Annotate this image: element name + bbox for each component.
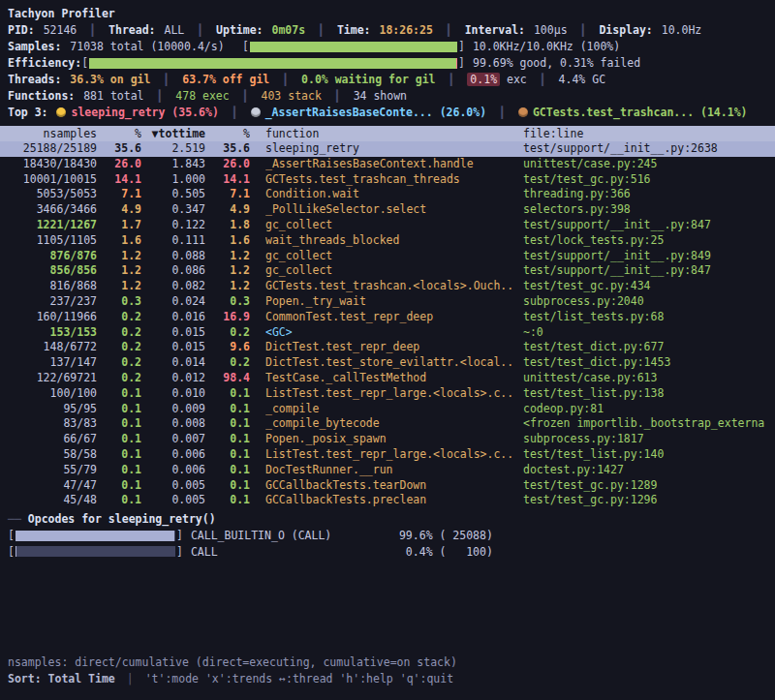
uptime-value: 0m07s [271,23,305,37]
table-row[interactable]: 10001/10015 14.1 1.000 14.1 GCTests.test… [0,172,775,188]
table-row[interactable]: 66/67 0.1 0.007 0.1 Popen._posix_spawn s… [0,432,775,447]
cell-cumulative-pct: 1.2 [205,279,250,294]
silver-medal-icon [251,107,261,117]
col-header-cumulative-pct[interactable]: % [205,126,250,141]
cell-tottime: 0.015 [141,325,205,341]
cell-nsamples: 160/11966 [8,310,97,325]
separator: ┃ [163,73,170,86]
threads-off-gil: 63.7% off gil [182,73,269,86]
samples-summary: Samples: 71038 total (10000.4/s) [8,39,242,55]
table-row[interactable]: 55/79 0.1 0.006 0.1 DocTestRunner.__run … [0,463,775,478]
functions-total: 881 total [83,89,143,103]
separator: ┃ [580,23,587,37]
table-row[interactable]: 148/6772 0.2 0.015 9.6 DictTest.test_rep… [0,340,775,355]
cell-function: gc_collect [265,218,515,233]
table-row[interactable]: 5053/5053 7.1 0.505 7.1 Condition.wait t… [0,187,775,202]
cell-sample-pct: 0.2 [97,355,141,371]
table-row[interactable]: 95/95 0.1 0.009 0.1 _compile codeop.py:8… [0,402,775,417]
cell-file-line: test/test_dict.py:677 [523,340,767,355]
exc-label: exc [507,73,527,86]
table-row[interactable]: 1105/1105 1.6 0.111 1.6 wait_threads_blo… [0,233,775,249]
col-header-tottime-sort[interactable]: ▼tottime [141,126,205,141]
footer-separator: | [127,672,134,685]
app-title: Tachyon Profiler [0,6,775,22]
col-header-function[interactable]: function [265,126,515,141]
opcode-percent: 0.4% ( 100) [385,545,493,559]
functions-exec: 478 exec [175,89,229,103]
cell-nsamples: 3466/3466 [8,202,97,218]
cell-file-line: test/test_gc.py:1289 [523,478,767,494]
cell-file-line: test/test_dict.py:1453 [523,355,767,371]
opcodes-title-text: Opcodes for sleeping_retry() [28,512,216,526]
cell-function: _AssertRaisesBaseContext.handle [265,157,515,172]
cell-tottime: 0.088 [141,249,205,264]
cell-file-line: <frozen importlib._bootstrap_externa [523,416,767,432]
cell-nsamples: 100/100 [8,386,97,402]
cell-cumulative-pct: 1.6 [205,233,250,249]
cell-cumulative-pct: 16.9 [205,310,250,325]
cell-cumulative-pct: 0.3 [205,294,250,310]
table-row[interactable]: 160/11966 0.2 0.016 16.9 CommonTest.test… [0,310,775,325]
cell-nsamples: 153/153 [8,325,97,341]
cell-function: CommonTest.test_repr_deep [265,310,515,325]
table-header: nsamples % ▼tottime % function file:line [0,126,775,141]
table-row[interactable]: 3466/3466 4.9 0.347 4.9 _PollLikeSelecto… [0,202,775,218]
samples-total: 71038 total (10000.4/s) [70,40,224,53]
cell-nsamples: 47/47 [8,478,97,494]
table-row[interactable]: 816/868 1.2 0.082 1.2 GCTests.test_trash… [0,279,775,294]
display-label: Display: [599,23,652,37]
sort-value: Total Time [48,672,115,685]
cell-file-line: test/test_list.py:140 [523,447,767,463]
cell-nsamples: 55/79 [8,463,97,478]
cell-tottime: 0.005 [141,493,205,508]
cell-function: _PollLikeSelector.select [265,202,515,218]
cell-function: TestCase._callTestMethod [265,371,515,386]
table-row[interactable]: 122/69721 0.2 0.012 98.4 TestCase._callT… [0,371,775,386]
interval-value: 100µs [534,23,568,37]
col-header-file-line[interactable]: file:line [523,126,767,141]
cell-tottime: 0.122 [141,218,205,233]
samples-label: Samples: [8,40,61,53]
col-header-nsamples[interactable]: nsamples [8,126,97,141]
cell-nsamples: 876/876 [8,249,97,264]
sort-label: Sort: [8,672,42,685]
cell-sample-pct: 1.7 [97,218,141,233]
cell-file-line: test/test_gc.py:1296 [523,493,767,508]
table-row[interactable]: 45/48 0.1 0.005 0.1 GCCallbackTests.prec… [0,493,775,508]
cell-file-line: codeop.py:81 [523,402,767,417]
table-row[interactable]: 100/100 0.1 0.010 0.1 ListTest.test_repr… [0,386,775,402]
table-row[interactable]: 237/237 0.3 0.024 0.3 Popen._try_wait su… [0,294,775,310]
separator: ┃ [446,23,452,37]
col-header-sample-pct[interactable]: % [97,126,141,141]
profiler-screen: Tachyon Profiler PID: 52146 ┃ Thread: AL… [0,0,775,700]
table-row[interactable]: 1221/1267 1.7 0.122 1.8 gc_collect test/… [0,218,775,233]
cell-sample-pct: 1.6 [97,233,141,249]
table-row[interactable]: 153/153 0.2 0.015 0.2 <GC> ~:0 [0,325,775,341]
opcode-bar-track [16,546,175,557]
cell-cumulative-pct: 0.2 [205,355,250,371]
cell-cumulative-pct: 0.1 [205,416,250,432]
cell-sample-pct: 0.2 [97,310,141,325]
cell-sample-pct: 1.2 [97,249,141,264]
table-row[interactable]: 137/147 0.2 0.014 0.2 DictTest.test_stor… [0,355,775,371]
function-table: nsamples % ▼tottime % function file:line… [0,126,775,508]
table-row[interactable]: 856/856 1.2 0.086 1.2 gc_collect test/su… [0,263,775,279]
separator: ┃ [334,89,341,103]
table-row[interactable]: 83/83 0.1 0.008 0.1 _compile_bytecode <f… [0,416,775,432]
table-row[interactable]: 876/876 1.2 0.088 1.2 gc_collect test/su… [0,249,775,264]
opcode-bar-track [16,531,175,541]
cell-file-line: doctest.py:1427 [523,463,767,478]
table-row[interactable]: 25188/25189 35.6 2.519 35.6 sleeping_ret… [0,141,775,157]
threads-gc: 4.4% GC [559,73,605,86]
table-row[interactable]: 18430/18430 26.0 1.843 26.0 _AssertRaise… [0,157,775,172]
table-row[interactable]: 58/58 0.1 0.006 0.1 ListTest.test_repr_l… [0,447,775,463]
cell-function: _compile_bytecode [265,416,515,432]
cell-tottime: 0.505 [141,187,205,202]
cell-file-line: test/test_list.py:138 [523,386,767,402]
samples-line: Samples: 71038 total (10000.4/s) 10.0KHz… [0,39,775,55]
opcode-bar [8,529,183,542]
cell-function: GCCallbackTests.tearDown [265,478,515,494]
table-row[interactable]: 47/47 0.1 0.005 0.1 GCCallbackTests.tear… [0,478,775,494]
opcodes-section-title: Opcodes for sleeping_retry() [0,511,775,528]
efficiency-good-fill [89,58,456,69]
